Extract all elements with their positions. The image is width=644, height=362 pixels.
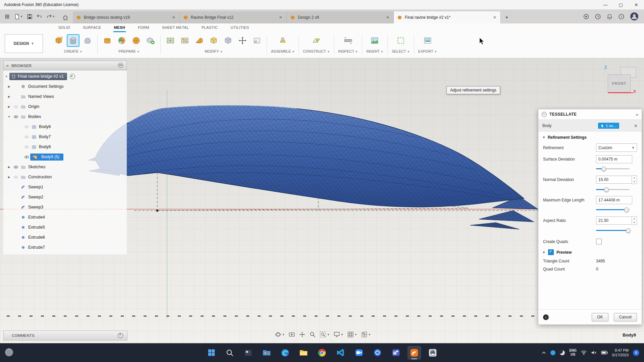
view-cube[interactable]: FRONT Z X [606,67,643,101]
browser-header[interactable]: « BROWSER [3,61,127,70]
taskbar-teams-icon[interactable] [389,346,403,360]
group-label-create[interactable]: CREATE▼ [64,49,83,53]
ribbon-tab-solid[interactable]: SOLID [58,23,71,32]
ok-button[interactable]: OK [592,313,608,321]
tree-item-extrude5[interactable]: Extrude5 [3,222,127,232]
insert-image-icon[interactable] [369,35,380,46]
home-button[interactable] [59,12,71,23]
visibility-eye-icon[interactable] [12,114,19,119]
close-button[interactable]: ✕ [629,0,644,9]
preview-section[interactable]: ▼ Preview [538,246,642,257]
taskbar-edge-icon[interactable] [278,346,292,360]
collapse-dialog-icon[interactable] [542,112,547,117]
tree-item-sweep2[interactable]: Sweep2 [3,192,127,202]
new-tab-button[interactable]: + [501,11,513,23]
help-icon[interactable]: ? [618,13,625,20]
create-quads-checkbox[interactable] [596,239,602,244]
expand-arrow-icon[interactable]: ▶ [6,166,12,169]
wedge-orange-icon[interactable] [194,35,205,46]
document-tab[interactable]: Bridge stresss testing v19✕ [73,11,180,23]
aspect-ratio-stepper[interactable]: ▲▼ [632,216,637,225]
ribbon-tab-plastic[interactable]: PLASTIC [201,23,219,32]
move-arrows-icon[interactable] [237,35,248,46]
expand-arrow-icon[interactable]: ▶ [6,95,12,98]
tessellate-header[interactable]: TESSELLATE » [538,109,642,120]
document-tab[interactable]: Design 2 v9✕ [287,11,394,23]
body-selection-chip[interactable]: 1 se... [598,123,619,129]
mesh-sphere-orange-icon[interactable] [130,35,142,46]
expand-arrow-icon[interactable]: ▼ [6,115,12,118]
surface-deviation-slider[interactable] [596,166,630,171]
normal-deviation-stepper[interactable]: ▲▼ [632,175,637,184]
tab-close-icon[interactable]: ✕ [385,15,390,20]
group-label-export[interactable]: EXPORT▼ [418,49,437,53]
language-indicator[interactable]: ENGUS [569,349,577,357]
tree-item-sketches[interactable]: ▶Sketches [3,162,127,172]
avatar-icon[interactable] [630,12,639,21]
fit-tool-icon[interactable]: ▼ [319,330,331,339]
wifi-icon[interactable] [581,350,587,355]
moon-icon[interactable] [560,350,565,355]
taskbar-apps-folder-icon[interactable] [260,346,274,360]
tree-item-body7[interactable]: Body7 [3,132,127,142]
visibility-eye-icon[interactable] [12,165,19,170]
expand-arrow-icon[interactable]: ▶ [6,176,12,179]
tree-item-sweep1[interactable]: Sweep1 [3,182,127,192]
redo-button[interactable]: ▼ [45,11,57,21]
notification-badge[interactable]: 6 [633,350,639,356]
display-tool-icon[interactable]: ▼ [332,330,344,339]
extensions-icon[interactable] [583,13,589,20]
visibility-eye-icon[interactable] [23,144,30,149]
mesh-sphere-color-icon[interactable] [116,35,127,46]
preview-checkbox[interactable] [548,249,554,255]
group-label-inspect[interactable]: INSPECT▼ [338,49,358,53]
dock-right-icon[interactable]: » [636,112,638,117]
clock-date[interactable]: 8:47 PM6/17/2023 [612,348,629,357]
collapse-browser-icon[interactable]: « [4,63,11,68]
activate-component-radio[interactable] [70,74,75,79]
save-button[interactable] [25,11,34,21]
workspace-selector[interactable]: DESIGN ▼ [5,34,43,53]
select-box-icon[interactable] [395,35,407,46]
document-tab[interactable]: Ravine Bridge Final v12✕ [180,11,287,23]
taskbar-task-view-icon[interactable] [241,346,255,360]
ribbon-tab-utilities[interactable]: UTILITIES [230,23,250,32]
volume-muted-icon[interactable] [591,350,597,355]
normal-deviation-slider[interactable] [596,187,630,192]
tray-app-icon[interactable] [550,350,555,355]
tab-close-icon[interactable]: ✕ [492,15,497,20]
cancel-button[interactable]: Cancel [614,313,637,321]
ribbon-tab-sheet-metal[interactable]: SHEET METAL [161,23,190,32]
battery-icon[interactable] [601,351,608,355]
ribbon-tab-surface[interactable]: SURFACE [82,23,102,32]
group-label-modify[interactable]: MODIFY▼ [205,49,223,53]
mesh-grid-icon[interactable] [165,35,176,46]
taskbar-start-icon[interactable] [205,346,218,360]
view-cube-front-face[interactable]: FRONT [608,74,631,93]
aspect-ratio-input[interactable]: 21.50 [596,217,632,225]
tree-item-extrude4[interactable]: Extrude4 [3,212,127,222]
grid-tool-icon[interactable]: ▼ [346,330,358,339]
taskbar-fusion-360-icon[interactable] [408,346,421,360]
tree-item-body6[interactable]: Body6 [3,122,127,132]
zoom-tool-icon[interactable] [308,330,317,339]
group-label-prepare[interactable]: PREPARE▼ [118,49,140,53]
cylinder-active-icon[interactable] [67,35,79,46]
selected-item-band[interactable]: Body9 (5) [30,154,63,161]
app-grid-button[interactable] [3,11,12,21]
taskbar-search-icon[interactable] [223,346,237,360]
info-icon[interactable]: i [543,314,549,320]
assemble-icon[interactable] [277,35,288,46]
tree-item-sweep3[interactable]: Sweep3 [3,202,127,212]
taskbar-vscode-icon[interactable] [334,346,347,360]
box-gray-icon[interactable] [222,35,234,46]
tree-item-body8[interactable]: Body8 [3,142,127,152]
refinement-settings-section[interactable]: ▼ Refinement Settings [538,132,642,142]
add-comment-icon[interactable] [118,333,123,338]
tray-expand-icon[interactable] [542,351,546,354]
comments-bar[interactable]: COMMENTS [3,330,127,341]
group-label-select[interactable]: SELECT▼ [392,49,410,53]
max-edge-length-input[interactable]: 17.44408 m [596,196,632,204]
box-green-plus-icon[interactable] [145,35,156,46]
bell-icon[interactable] [606,13,613,20]
